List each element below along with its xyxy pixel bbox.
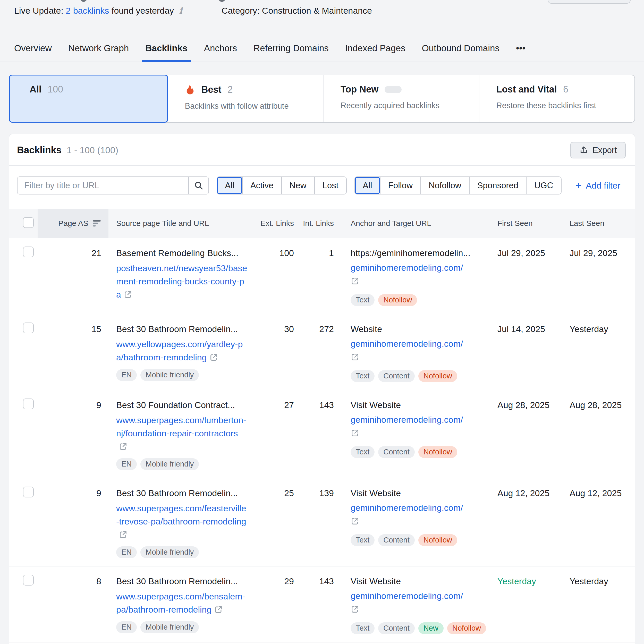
top-new-toggle[interactable] bbox=[385, 86, 402, 93]
export-button[interactable]: Export bbox=[570, 142, 626, 158]
row-checkbox[interactable] bbox=[23, 575, 34, 586]
ext-links-value: 25 bbox=[258, 487, 294, 558]
flame-icon bbox=[185, 84, 195, 95]
external-link-icon bbox=[351, 277, 359, 285]
anchor-badges: TextContentNofollow bbox=[351, 534, 487, 546]
filter-option-ugc[interactable]: UGC bbox=[526, 177, 561, 194]
tab-more[interactable]: ••• bbox=[516, 40, 526, 62]
card-count: 2 bbox=[228, 84, 233, 95]
tab-outbound-domains[interactable]: Outbound Domains bbox=[422, 40, 499, 62]
anchor-text: Visit Website bbox=[351, 399, 487, 412]
column-header-page-as[interactable]: Page AS bbox=[38, 209, 108, 238]
badge-content: Content bbox=[378, 446, 415, 458]
row-checkbox[interactable] bbox=[23, 487, 34, 497]
summary-card-all[interactable]: All 100 bbox=[9, 75, 168, 123]
tab-referring-domains[interactable]: Referring Domains bbox=[253, 40, 329, 62]
summary-card-top-new[interactable]: Top New Recently acquired backlinks bbox=[323, 75, 479, 122]
source-url-link[interactable]: www.superpages.com/lumberton-nj/foundati… bbox=[116, 415, 246, 451]
card-title: All bbox=[30, 84, 41, 95]
filter-option-lost[interactable]: Lost bbox=[314, 177, 346, 194]
target-url-link[interactable]: geminihomeremodeling.com/ bbox=[351, 261, 487, 274]
first-seen-value: Yesterday bbox=[495, 575, 567, 634]
summary-card-lost-and-vital[interactable]: Lost and Vital 6 Restore these backlinks… bbox=[479, 75, 635, 122]
badge-content: Content bbox=[378, 370, 415, 382]
table-row: 21 Basement Remodeling Bucks... postheav… bbox=[9, 238, 635, 314]
anchor-text: Visit Website bbox=[351, 575, 487, 588]
target-url-link[interactable]: geminihomeremodeling.com/ bbox=[351, 501, 487, 514]
card-subtitle: Backlinks with follow attribute bbox=[185, 101, 318, 111]
filter-option-active[interactable]: Active bbox=[242, 177, 281, 194]
follow-filter-group: AllFollowNofollowSponsoredUGC bbox=[354, 176, 562, 194]
search-icon bbox=[194, 181, 204, 190]
badge-nofollow: Nofollow bbox=[447, 622, 486, 634]
external-link-icon bbox=[209, 353, 218, 362]
live-update-row: Live Update: 2 backlinks found yesterday… bbox=[14, 6, 182, 16]
tab-overview[interactable]: Overview bbox=[14, 40, 52, 62]
source-url-link[interactable]: postheaven.net/newsyear53/basement-remod… bbox=[116, 263, 247, 299]
external-link-icon bbox=[119, 442, 128, 451]
search-input[interactable] bbox=[18, 177, 188, 194]
source-url-link[interactable]: www.yellowpages.com/yardley-pa/bathroom-… bbox=[116, 339, 243, 362]
badge-content: Content bbox=[378, 622, 415, 634]
anchor-text: Website bbox=[351, 323, 487, 336]
tab-anchors[interactable]: Anchors bbox=[204, 40, 237, 62]
search-box bbox=[17, 176, 209, 194]
tab-backlinks[interactable]: Backlinks bbox=[145, 40, 187, 62]
live-update-suffix: found yesterday bbox=[112, 6, 174, 16]
row-checkbox[interactable] bbox=[23, 323, 34, 333]
search-button[interactable] bbox=[188, 177, 208, 194]
badge-nofollow: Nofollow bbox=[418, 534, 457, 546]
table-row: 15 Best 30 Bathroom Remodelin... www.yel… bbox=[9, 314, 635, 390]
ext-links-value: 29 bbox=[258, 575, 294, 634]
row-checkbox[interactable] bbox=[23, 247, 34, 257]
table-header: Page AS Source page Title and URL Ext. L… bbox=[9, 209, 635, 238]
external-link-icon bbox=[124, 290, 132, 299]
column-header-anchor[interactable]: Anchor and Target URL bbox=[334, 219, 495, 228]
badge-mobile-friendly: Mobile friendly bbox=[140, 458, 199, 470]
filter-option-follow[interactable]: Follow bbox=[380, 177, 420, 194]
add-filter-button[interactable]: + Add filter bbox=[574, 180, 622, 191]
source-title: Best 30 Bathroom Remodelin... bbox=[116, 323, 248, 336]
target-url-link[interactable]: geminihomeremodeling.com/ bbox=[351, 337, 487, 350]
external-link-icon bbox=[214, 605, 223, 614]
card-title: Top New bbox=[341, 84, 378, 95]
backlinks-page: Live Update: 2 backlinks found yesterday… bbox=[0, 0, 644, 644]
column-header-first-seen[interactable]: First Seen bbox=[495, 219, 567, 228]
source-badges: ENMobile friendly bbox=[116, 546, 248, 558]
column-header-last-seen[interactable]: Last Seen bbox=[567, 219, 627, 228]
column-header-int-links[interactable]: Int. Links bbox=[294, 219, 334, 228]
summary-card-best[interactable]: Best 2 Backlinks with follow attribute bbox=[167, 75, 323, 122]
target-url-link[interactable]: geminihomeremodeling.com/ bbox=[351, 413, 487, 426]
card-title: Best bbox=[201, 84, 222, 95]
info-icon[interactable]: i bbox=[179, 6, 182, 15]
source-title: Best 30 Foundation Contract... bbox=[116, 399, 248, 412]
int-links-value: 272 bbox=[294, 323, 334, 382]
filter-option-nofollow[interactable]: Nofollow bbox=[420, 177, 469, 194]
filter-option-all[interactable]: All bbox=[355, 177, 380, 194]
anchor-text: Visit Website bbox=[351, 487, 487, 500]
filter-option-sponsored[interactable]: Sponsored bbox=[469, 177, 526, 194]
select-all-checkbox[interactable] bbox=[23, 217, 34, 228]
tab-indexed-pages[interactable]: Indexed Pages bbox=[345, 40, 405, 62]
filter-option-all[interactable]: All bbox=[217, 177, 242, 194]
last-seen-value: Yesterday bbox=[567, 575, 627, 634]
source-title: Best 30 Bathroom Remodelin... bbox=[116, 575, 248, 588]
row-checkbox[interactable] bbox=[23, 399, 34, 409]
source-url-link[interactable]: www.superpages.com/feasterville-trevose-… bbox=[116, 503, 246, 539]
card-count: 100 bbox=[48, 84, 63, 95]
category-label: Category: bbox=[222, 6, 259, 15]
live-update-link[interactable]: 2 backlinks bbox=[66, 6, 109, 16]
page-as-value: 9 bbox=[38, 399, 108, 470]
backlinks-panel: Backlinks 1 - 100 (100) Export bbox=[9, 134, 635, 644]
column-header-source[interactable]: Source page Title and URL bbox=[108, 219, 258, 228]
source-url-link[interactable]: www.superpages.com/bensalem-pa/bathroom-… bbox=[116, 591, 245, 614]
source-badges: ENMobile friendly bbox=[116, 458, 248, 470]
cutoff-top-right-button[interactable] bbox=[548, 0, 631, 4]
tab-network-graph[interactable]: Network Graph bbox=[68, 40, 129, 62]
badge-mobile-friendly: Mobile friendly bbox=[140, 546, 199, 558]
upload-icon bbox=[579, 146, 588, 155]
target-url-link[interactable]: geminihomeremodeling.com/ bbox=[351, 589, 487, 603]
badge-nofollow: Nofollow bbox=[418, 370, 457, 382]
filter-option-new[interactable]: New bbox=[281, 177, 314, 194]
column-header-ext-links[interactable]: Ext. Links bbox=[258, 219, 294, 228]
